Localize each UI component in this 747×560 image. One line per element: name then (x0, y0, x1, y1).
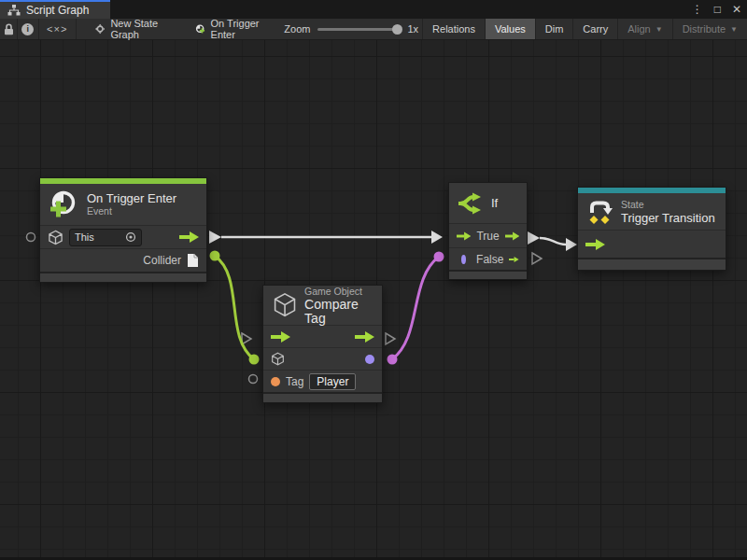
info-icon: i (21, 23, 34, 35)
node-title: On Trigger Enter (87, 191, 176, 205)
port-unconnected-target-input[interactable] (27, 233, 35, 242)
state-graph-icon (95, 21, 105, 36)
node-footer (449, 270, 527, 279)
port-flow-comparetag-out[interactable] (386, 333, 395, 344)
node-footer (263, 392, 382, 402)
string-port[interactable] (271, 377, 280, 386)
event-icon (49, 189, 79, 219)
toggle-carry[interactable]: Carry (572, 19, 617, 39)
node-on-trigger-enter[interactable]: On Trigger Enter Event This (39, 177, 207, 283)
toggle-values[interactable]: Values (485, 19, 535, 39)
active-graph-label: On Trigger Enter (211, 18, 261, 40)
zoom-slider[interactable] (317, 28, 400, 31)
active-graph-button[interactable]: On Trigger Enter (184, 19, 271, 39)
flow-in-arrow[interactable] (457, 231, 471, 242)
new-state-graph-label: New State Graph (110, 18, 162, 40)
node-trigger-transition[interactable]: State Trigger Transition (577, 187, 726, 271)
new-state-graph-button[interactable]: New State Graph (84, 19, 173, 39)
event-graph-icon (195, 21, 204, 36)
port-unconnected-tag-input[interactable] (249, 375, 258, 384)
close-icon[interactable]: ✕ (732, 0, 741, 19)
graph-canvas[interactable]: On Trigger Enter Event This (0, 40, 747, 560)
window-menu-icon[interactable]: ⋮ (692, 0, 703, 19)
graph-toolbar: i <×> New State Graph On Trigger Enter Z… (0, 19, 747, 40)
port-bool-in[interactable] (434, 252, 444, 262)
align-menu-button[interactable]: Align ▼ (617, 19, 671, 39)
condition-port[interactable] (461, 255, 466, 264)
chevron-down-icon: ▼ (655, 25, 663, 34)
chevron-down-icon: ▼ (730, 25, 738, 34)
node-supertitle: State (621, 199, 715, 211)
lock-button[interactable] (0, 19, 18, 39)
wire-arrowhead (431, 231, 443, 244)
gameobject-icon (273, 290, 297, 320)
port-gameobject-in[interactable] (249, 355, 260, 365)
lock-icon (4, 23, 14, 35)
node-if[interactable]: If True False (448, 182, 528, 280)
flow-out-arrow[interactable] (355, 331, 374, 343)
port-collider-out[interactable] (210, 251, 220, 261)
gameobject-port-icon[interactable] (271, 352, 285, 366)
code-preview-button[interactable]: <×> (39, 19, 77, 39)
node-footer (578, 258, 726, 270)
node-title: Trigger Transition (621, 211, 715, 225)
wire-flow-if-to-transition[interactable] (540, 238, 566, 245)
graph-hierarchy-icon (7, 5, 21, 16)
transition-icon (587, 199, 613, 225)
collider-value-icon (187, 253, 199, 268)
info-button[interactable]: i (18, 19, 38, 39)
zoom-value: 1x (407, 23, 418, 35)
port-flow-if-false-out[interactable] (532, 253, 542, 264)
zoom-control: Zoom 1x (271, 19, 422, 39)
maximize-icon[interactable]: □ (714, 0, 721, 19)
collider-port-label: Collider (143, 254, 181, 267)
port-bool-out[interactable] (388, 355, 398, 365)
branch-icon (458, 192, 484, 215)
node-title: If (491, 196, 498, 210)
distribute-menu-button[interactable]: Distribute ▼ (672, 19, 747, 39)
target-object-field[interactable]: This (69, 229, 142, 246)
wire-object-collider-to-comparetag[interactable] (215, 256, 254, 359)
node-supertitle: Game Object (304, 286, 373, 298)
toggle-relations[interactable]: Relations (422, 19, 485, 39)
node-footer (40, 272, 206, 282)
bool-result-port[interactable] (365, 355, 374, 364)
title-bar: Script Graph ⋮ □ ✕ (0, 0, 747, 19)
tab-script-graph[interactable]: Script Graph (0, 0, 110, 19)
flow-out-arrow[interactable] (509, 254, 519, 265)
wire-arrowhead (566, 238, 577, 251)
port-flow-trigger-out[interactable] (209, 231, 221, 244)
flow-in-arrow[interactable] (271, 331, 290, 343)
flow-out-arrow[interactable] (505, 231, 519, 242)
false-port-label: False (476, 253, 503, 266)
true-port-label: True (476, 230, 499, 243)
node-title: Compare Tag (304, 298, 373, 326)
node-compare-tag[interactable]: Game Object Compare Tag Tag Player (262, 285, 383, 403)
tab-title: Script Graph (26, 4, 89, 17)
tag-port-label: Tag (286, 375, 303, 388)
toggle-dim[interactable]: Dim (535, 19, 573, 39)
flow-out-arrow[interactable] (179, 231, 199, 243)
code-preview-icon: <×> (47, 23, 67, 35)
zoom-label: Zoom (284, 23, 310, 35)
gameobject-icon (48, 230, 63, 245)
port-flow-comparetag-in[interactable] (242, 333, 251, 344)
port-flow-if-true-out[interactable] (528, 231, 540, 245)
object-picker-icon[interactable] (125, 231, 136, 243)
wire-bool-comparetag-to-if[interactable] (392, 257, 439, 359)
flow-in-arrow[interactable] (585, 239, 605, 250)
node-subtitle: Event (87, 205, 176, 217)
zoom-slider-handle[interactable] (392, 24, 402, 35)
tag-value-field[interactable]: Player (309, 373, 356, 390)
